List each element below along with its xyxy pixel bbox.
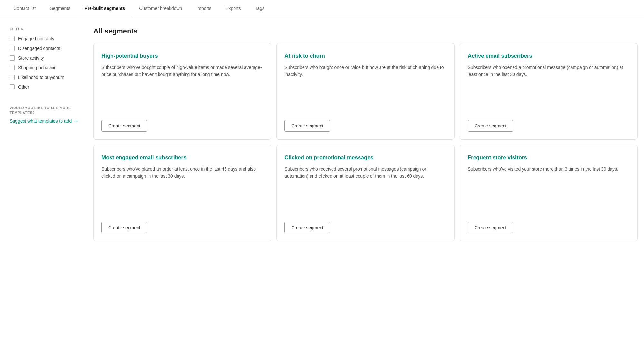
filter-label: FILTER: [10, 27, 81, 31]
filter-item-shopping-behavior[interactable]: Shopping behavior [10, 65, 81, 70]
segment-title-most-engaged-email-subscribers: Most engaged email subscribers [101, 154, 263, 161]
more-templates-section: WOULD YOU LIKE TO SEE MORE TEMPLATES? Su… [10, 106, 81, 124]
filter-item-engaged-contacts[interactable]: Engaged contacts [10, 36, 81, 41]
sidebar: FILTER: Engaged contactsDisengaged conta… [10, 27, 81, 241]
segment-title-high-potential-buyers: High-potential buyers [101, 52, 263, 60]
segment-card-frequent-store-visitors: Frequent store visitorsSubscribers who'v… [460, 145, 638, 241]
segment-desc-frequent-store-visitors: Subscribers who've visited your store mo… [468, 166, 630, 214]
filter-item-other[interactable]: Other [10, 84, 81, 89]
filter-label-disengaged-contacts: Disengaged contacts [18, 46, 60, 51]
arrow-icon: → [73, 118, 79, 124]
filter-label-engaged-contacts: Engaged contacts [18, 36, 54, 41]
filter-checkbox-engaged-contacts[interactable] [10, 36, 15, 41]
segment-title-at-risk-to-churn: At risk to churn [284, 52, 446, 60]
create-segment-btn-active-email-subscribers[interactable]: Create segment [468, 120, 514, 132]
segment-card-most-engaged-email-subscribers: Most engaged email subscribersSubscriber… [93, 145, 271, 241]
segments-grid: High-potential buyersSubscribers who've … [93, 43, 638, 241]
segment-desc-at-risk-to-churn: Subscribers who bought once or twice but… [284, 64, 446, 112]
create-segment-btn-frequent-store-visitors[interactable]: Create segment [468, 222, 514, 233]
filter-label-other: Other [18, 84, 29, 89]
create-segment-btn-most-engaged-email-subscribers[interactable]: Create segment [101, 222, 147, 233]
suggest-templates-link[interactable]: Suggest what templates to add → [10, 118, 81, 124]
filter-checkbox-disengaged-contacts[interactable] [10, 46, 15, 51]
filter-item-likelihood-to-buy-churn[interactable]: Likelihood to buy/churn [10, 75, 81, 80]
create-segment-btn-clicked-on-promotional-messages[interactable]: Create segment [284, 222, 330, 233]
segment-card-active-email-subscribers: Active email subscribersSubscribers who … [460, 43, 638, 140]
filter-checkbox-shopping-behavior[interactable] [10, 65, 15, 70]
content-area: All segments High-potential buyersSubscr… [93, 27, 638, 241]
nav-tab-segments[interactable]: Segments [43, 0, 77, 17]
filter-item-store-activity[interactable]: Store activity [10, 55, 81, 61]
filter-label-likelihood-to-buy-churn: Likelihood to buy/churn [18, 75, 64, 80]
filter-item-disengaged-contacts[interactable]: Disengaged contacts [10, 46, 81, 51]
segment-card-at-risk-to-churn: At risk to churnSubscribers who bought o… [276, 43, 454, 140]
segment-title-frequent-store-visitors: Frequent store visitors [468, 154, 630, 161]
nav-tab-imports[interactable]: Imports [189, 0, 218, 17]
segment-desc-active-email-subscribers: Subscribers who opened a promotional mes… [468, 64, 630, 112]
nav-tab-exports[interactable]: Exports [218, 0, 248, 17]
filter-label-shopping-behavior: Shopping behavior [18, 65, 56, 70]
segment-title-active-email-subscribers: Active email subscribers [468, 52, 630, 60]
nav-tab-contact-list[interactable]: Contact list [6, 0, 43, 17]
filter-checkbox-other[interactable] [10, 84, 15, 89]
segment-desc-clicked-on-promotional-messages: Subscribers who received several promoti… [284, 166, 446, 214]
nav-tab-customer-breakdown[interactable]: Customer breakdown [132, 0, 189, 17]
page-title: All segments [93, 27, 638, 35]
nav-tabs: Contact listSegmentsPre-built segmentsCu… [0, 0, 644, 17]
segment-card-high-potential-buyers: High-potential buyersSubscribers who've … [93, 43, 271, 140]
segment-desc-high-potential-buyers: Subscribers who've bought couple of high… [101, 64, 263, 112]
segment-title-clicked-on-promotional-messages: Clicked on promotional messages [284, 154, 446, 161]
create-segment-btn-high-potential-buyers[interactable]: Create segment [101, 120, 147, 132]
filter-label-store-activity: Store activity [18, 55, 44, 61]
nav-tab-pre-built-segments[interactable]: Pre-built segments [77, 0, 132, 17]
segment-desc-most-engaged-email-subscribers: Subscribers who've placed an order at le… [101, 166, 263, 214]
more-templates-heading: WOULD YOU LIKE TO SEE MORE TEMPLATES? [10, 106, 81, 116]
filter-checkbox-likelihood-to-buy-churn[interactable] [10, 75, 15, 80]
segment-card-clicked-on-promotional-messages: Clicked on promotional messagesSubscribe… [276, 145, 454, 241]
filter-list: Engaged contactsDisengaged contactsStore… [10, 36, 81, 89]
nav-tab-tags[interactable]: Tags [248, 0, 272, 17]
suggest-templates-label: Suggest what templates to add [10, 118, 72, 124]
filter-checkbox-store-activity[interactable] [10, 55, 15, 61]
create-segment-btn-at-risk-to-churn[interactable]: Create segment [284, 120, 330, 132]
